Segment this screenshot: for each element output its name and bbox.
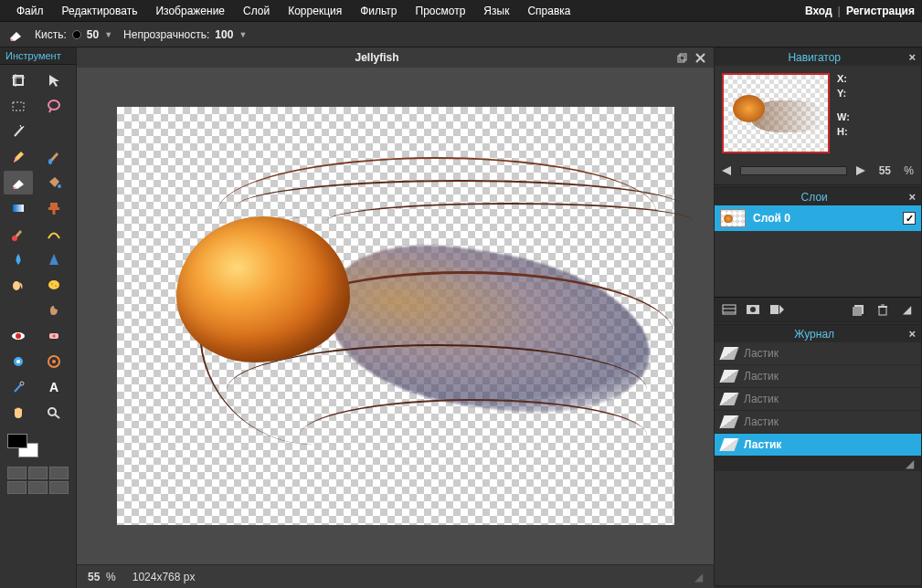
menu-image[interactable]: Изображение: [146, 1, 234, 21]
close-icon[interactable]: ×: [908, 50, 916, 64]
navigator-body: X: Y: W: H:: [715, 66, 921, 161]
svg-point-40: [16, 360, 20, 363]
canvas[interactable]: [117, 107, 674, 525]
tool-empty: [39, 120, 69, 143]
layers-list: Слой 0 ✓: [715, 205, 921, 297]
menu-layer[interactable]: Слой: [234, 1, 279, 21]
svg-line-12: [23, 126, 24, 128]
clone-stamp-tool[interactable]: [39, 196, 69, 220]
mini-palette: [0, 463, 76, 501]
nav-y: Y:: [837, 88, 850, 99]
paint-bucket-tool[interactable]: [39, 171, 69, 194]
right-panels: Навигатор × X: Y: W: H:: [714, 47, 922, 588]
layer-styles-icon[interactable]: [768, 301, 786, 318]
menu-file[interactable]: Файл: [7, 1, 53, 21]
spot-heal-tool[interactable]: [39, 324, 69, 348]
register-link[interactable]: Регистрация: [846, 5, 915, 17]
pinch-tool[interactable]: [39, 350, 69, 373]
colorpicker-tool[interactable]: [4, 375, 33, 399]
dropdown-icon[interactable]: ▼: [238, 30, 247, 39]
brush-tool[interactable]: [39, 145, 69, 169]
history-item[interactable]: Ластик: [715, 388, 921, 411]
tools-grid: A: [0, 65, 76, 428]
history-label: Ластик: [744, 393, 779, 405]
palette-cell[interactable]: [28, 481, 48, 494]
svg-rect-23: [48, 207, 59, 210]
close-document-icon[interactable]: [694, 51, 706, 64]
move-tool[interactable]: [39, 68, 69, 92]
dropdown-icon[interactable]: ▼: [104, 30, 112, 39]
svg-point-44: [20, 382, 24, 385]
login-link[interactable]: Вход: [805, 5, 832, 17]
close-icon[interactable]: ×: [908, 190, 916, 204]
zoom-slider-track[interactable]: [740, 166, 847, 175]
zoom-tool[interactable]: [39, 401, 69, 425]
history-item[interactable]: Ластик: [715, 342, 921, 365]
close-icon[interactable]: ×: [908, 327, 916, 341]
history-resize-grip[interactable]: ◢: [715, 457, 921, 471]
new-layer-icon[interactable]: [850, 301, 868, 318]
menu-filter[interactable]: Фильтр: [351, 1, 406, 21]
type-tool[interactable]: A: [39, 375, 69, 399]
resize-grip-icon[interactable]: ◢: [694, 571, 703, 583]
redeye-tool[interactable]: [4, 324, 33, 348]
wand-tool[interactable]: [4, 120, 33, 143]
color-replace-tool[interactable]: [4, 222, 33, 246]
lasso-tool[interactable]: [39, 94, 69, 118]
svg-rect-59: [770, 305, 779, 314]
brush-size-value[interactable]: 50: [87, 28, 99, 41]
layer-settings-icon[interactable]: [720, 301, 738, 318]
layer-mask-icon[interactable]: [744, 301, 762, 318]
brush-dot-icon[interactable]: [72, 30, 81, 39]
menu-edit[interactable]: Редактировать: [53, 1, 147, 21]
layer-row[interactable]: Слой 0 ✓: [715, 205, 921, 231]
delete-layer-icon[interactable]: [874, 301, 892, 318]
dodge-tool[interactable]: [4, 299, 33, 322]
gradient-tool[interactable]: [4, 196, 33, 220]
zoom-in-icon[interactable]: [853, 166, 865, 175]
canvas-viewport[interactable]: [77, 68, 714, 564]
palette-cell[interactable]: [49, 481, 69, 494]
palette-cell[interactable]: [49, 467, 69, 479]
history-item[interactable]: Ластик: [715, 434, 921, 457]
palette-cell[interactable]: [28, 467, 48, 479]
marquee-tool[interactable]: [4, 94, 33, 118]
blur-tool[interactable]: [4, 247, 33, 271]
sharpen-tool[interactable]: [39, 247, 69, 271]
zoom-value[interactable]: 55: [871, 164, 898, 177]
palette-cell[interactable]: [7, 467, 26, 479]
eraser-tool[interactable]: [4, 171, 33, 194]
layers-more-icon[interactable]: ◢: [897, 301, 916, 318]
palette-cell[interactable]: [7, 481, 26, 494]
smudge-tool[interactable]: [4, 273, 33, 297]
history-item[interactable]: Ластик: [715, 365, 921, 388]
layer-name[interactable]: Слой 0: [753, 212, 896, 225]
sponge-tool[interactable]: [39, 273, 69, 297]
fg-bg-colors[interactable]: [7, 434, 38, 457]
bloat-tool[interactable]: [4, 350, 33, 373]
menu-language[interactable]: Язык: [474, 1, 518, 21]
opacity-value[interactable]: 100: [215, 28, 233, 41]
navigator-thumbnail[interactable]: [722, 73, 830, 153]
layer-visibility-checkbox[interactable]: ✓: [903, 212, 916, 225]
svg-line-47: [55, 415, 59, 418]
hand-tool[interactable]: [4, 401, 33, 425]
svg-line-33: [19, 312, 24, 316]
tools-panel: Инструмент A: [0, 47, 77, 588]
zoom-out-icon[interactable]: [722, 166, 735, 175]
menu-view[interactable]: Просмотр: [407, 1, 475, 21]
svg-line-9: [15, 128, 22, 136]
draw-tool[interactable]: [39, 222, 69, 246]
nav-x: X:: [837, 73, 850, 84]
restore-window-icon[interactable]: [675, 51, 688, 64]
history-panel: Журнал × ЛастикЛастикЛастикЛастикЛастик …: [714, 324, 922, 586]
layer-thumbnail[interactable]: [720, 209, 746, 227]
eraser-icon: [719, 393, 738, 405]
crop-tool[interactable]: [4, 68, 33, 92]
foreground-color-swatch[interactable]: [7, 434, 27, 448]
menu-help[interactable]: Справка: [518, 1, 579, 21]
menu-adjustment[interactable]: Коррекция: [279, 1, 351, 21]
burn-tool[interactable]: [39, 299, 69, 322]
pencil-tool[interactable]: [4, 145, 33, 169]
history-item[interactable]: Ластик: [715, 411, 921, 434]
